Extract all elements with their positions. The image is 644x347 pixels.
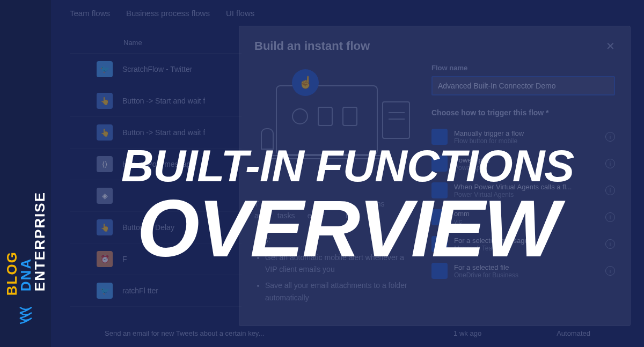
trigger-option[interactable]: ommvic i [431, 205, 615, 230]
code-icon: ◈ [97, 188, 113, 204]
info-icon[interactable]: i [605, 239, 615, 249]
flow-button-icon [431, 129, 448, 145]
tabs-nav: Team flows Business process flows UI flo… [70, 4, 254, 22]
example-item: Save all your email attachments to a fol… [265, 279, 415, 304]
flow-name: Button -> Start and wait f [122, 97, 205, 105]
clock-icon: ⏰ [97, 251, 113, 267]
virtual-agents-icon [431, 182, 448, 198]
trigger-sub: PowerApps [454, 164, 599, 172]
info-icon[interactable]: i [605, 132, 615, 142]
http-icon: ⟨⟩ [97, 156, 113, 172]
footer-row: Send an email for new Tweets about a cer… [105, 329, 590, 337]
sidebar-dna: DNA [19, 191, 33, 291]
trigger-sub: vic [454, 218, 599, 225]
footer-age: 1 wk ago [453, 329, 481, 337]
trigger-name: omm [454, 210, 599, 218]
footer-desc: Send an email for new Tweets about a cer… [105, 329, 453, 337]
example-item: Get an automatic mobile alert whenever a… [265, 252, 415, 276]
info-icon[interactable]: i [605, 186, 615, 195]
service-icon [431, 209, 448, 225]
teams-icon [431, 236, 448, 252]
button-icon: 👆 [97, 124, 113, 141]
button-icon: 👆 [97, 93, 113, 109]
sidebar-enterprise: ENTERPRISE [33, 191, 47, 291]
powerapps-icon [431, 156, 448, 172]
modal-right-panel: Flow name Choose how to trigger this flo… [431, 64, 615, 308]
flowname-input[interactable] [431, 76, 615, 95]
flow-name: Http -> Post message [122, 160, 195, 168]
trigger-name: For a selected message [454, 237, 599, 245]
trigger-sub: OneDrive for Business [454, 271, 599, 279]
trigger-sub: Power Virtual Agents [454, 191, 599, 198]
column-header-name: Name [70, 32, 241, 54]
tab-ui-flows[interactable]: UI flows [226, 4, 254, 22]
flow-item[interactable]: ⟨⟩Http -> Post message [70, 149, 241, 180]
button-icon: 👆 [97, 219, 113, 235]
flow-item[interactable]: 👆Button -> Start and wait f [70, 117, 241, 149]
flow-item[interactable]: ◈ [70, 180, 241, 212]
trigger-name: PowerApps [454, 156, 599, 164]
sidebar-blog: BLOG [5, 191, 19, 296]
close-icon[interactable]: ✕ [606, 40, 615, 53]
tab-team-flows[interactable]: Team flows [70, 4, 110, 22]
trigger-sub: Flow button for mobile [454, 137, 599, 145]
modal-left-panel: ☝ T anual ce, e ins auto tasks [254, 64, 415, 308]
trigger-section-label: Choose how to trigger this flow * [431, 108, 615, 117]
flow-item[interactable]: 👆Button -> Start and wait f [70, 85, 241, 117]
trigger-name: Manually trigger a flow [454, 129, 599, 137]
info-icon[interactable]: i [605, 212, 615, 222]
tab-business-process-flows[interactable]: Business process flows [126, 4, 210, 22]
modal-header: Build an instant flow ✕ [254, 39, 615, 53]
trigger-option[interactable]: PowerAppsPowerApps i [431, 151, 615, 176]
trigger-option[interactable]: Manually trigger a flowFlow button for m… [431, 124, 615, 149]
twitter-icon: 🐦 [97, 283, 113, 299]
build-flow-modal: Build an instant flow ✕ ☝ T anual ce, e [239, 26, 631, 326]
flow-list: Name 🐦ScratchFlow - Twitter 👆Button -> S… [70, 32, 241, 307]
twitter-icon: 🐦 [97, 61, 113, 77]
flowname-label: Flow name [431, 64, 615, 72]
flow-item[interactable]: 👆Button -> Delay [70, 212, 241, 243]
trigger-name: When Power Virtual Agents calls a fl... [454, 183, 599, 191]
flow-item[interactable]: 🐦ratchFl tter [70, 275, 241, 307]
flow-name: ScratchFlow - Twitter [122, 65, 192, 73]
flow-name: ratchFl tter [122, 286, 158, 295]
trigger-option[interactable]: When Power Virtual Agents calls a fl...P… [431, 178, 615, 203]
desc-text: T anual ce, e ins [254, 200, 409, 208]
footer-type: Automated [557, 329, 590, 337]
info-icon[interactable]: i [605, 159, 615, 168]
onedrive-icon [431, 263, 448, 279]
flow-name: Button -> Start and wait f [122, 128, 205, 137]
modal-description: T anual ce, e ins auto tasks e to r If. … [254, 198, 415, 304]
brand-sidebar: BLOG DNA ENTERPRISE [0, 0, 51, 347]
sidebar-brand-text: BLOG DNA ENTERPRISE [5, 191, 47, 296]
illustration: ☝ [254, 64, 415, 182]
modal-title: Build an instant flow [254, 39, 370, 53]
dna-icon [17, 306, 35, 331]
flow-name: Button -> Delay [122, 223, 174, 232]
flow-name: F [122, 255, 127, 263]
trigger-option[interactable]: For a selected messageMicrosoft Teams i [431, 232, 615, 256]
info-icon[interactable]: i [605, 266, 615, 276]
trigger-sub: Microsoft Teams [454, 245, 599, 252]
flow-item[interactable]: 🐦ScratchFlow - Twitter [70, 54, 241, 85]
flow-item[interactable]: ⏰F [70, 243, 241, 275]
tap-icon: ☝ [292, 69, 319, 96]
trigger-name: For a selected file [454, 263, 599, 271]
trigger-option[interactable]: For a selected fileOneDrive for Business… [431, 259, 615, 283]
main-area: Team flows Business process flows UI flo… [51, 0, 644, 347]
